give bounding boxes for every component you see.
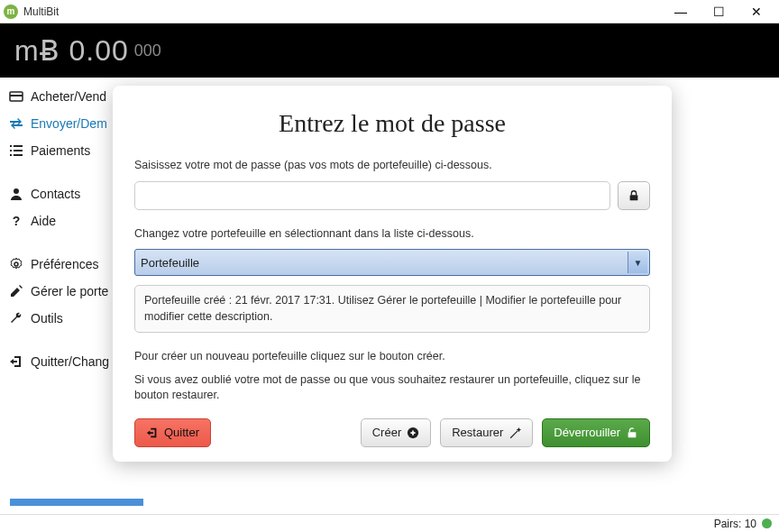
sidebar-item-label: Contacts [31, 187, 80, 201]
plus-circle-icon [407, 427, 419, 439]
wallet-select[interactable]: Portefeuille ▼ [134, 249, 650, 276]
sidebar-item-label: Paiements [31, 143, 90, 158]
button-label: Déverrouiller [554, 426, 620, 439]
svg-rect-13 [628, 432, 637, 437]
exit-icon [9, 354, 23, 369]
unlock-icon [626, 427, 638, 439]
sidebar-item-label: Acheter/Vend [31, 89, 106, 104]
svg-rect-6 [10, 154, 12, 156]
svg-rect-7 [14, 154, 23, 156]
button-label: Créer [372, 426, 402, 439]
person-icon [9, 187, 23, 201]
balance-fraction: 000 [134, 41, 161, 60]
wallet-selected-value: Portefeuille [141, 256, 199, 270]
create-button[interactable]: Créer [361, 418, 432, 447]
balance-amount: mɃ 0.00 [14, 33, 129, 68]
status-indicator-icon [762, 518, 772, 528]
svg-rect-2 [10, 145, 12, 147]
modal-title: Entrez le mot de passe [134, 109, 650, 138]
window-titlebar: m MultiBit — ☐ ✕ [0, 0, 779, 23]
gear-icon [9, 257, 23, 271]
password-input[interactable] [134, 181, 610, 210]
svg-rect-1 [10, 95, 23, 96]
restore-hint: Si vous avez oublié votre mot de passe o… [134, 372, 650, 404]
svg-text:?: ? [13, 214, 21, 228]
quit-button[interactable]: Quitter [134, 418, 211, 447]
window-title: MultiBit [23, 5, 662, 18]
app-icon: m [4, 5, 18, 19]
close-button[interactable]: ✕ [738, 5, 775, 19]
password-instruction: Saisissez votre mot de passe (pas vos mo… [134, 158, 650, 174]
restore-button[interactable]: Restaurer [440, 418, 533, 447]
password-modal: Entrez le mot de passe Saisissez votre m… [113, 86, 672, 462]
balance-bar: mɃ 0.00 000 [0, 23, 779, 78]
sidebar-item-label: Envoyer/Dem [31, 116, 107, 131]
status-bar: Pairs: 10 [0, 514, 779, 532]
card-icon [9, 89, 23, 104]
button-label: Restaurer [452, 426, 503, 439]
edit-icon [9, 284, 23, 298]
svg-rect-5 [14, 150, 23, 151]
svg-rect-4 [10, 150, 12, 151]
svg-rect-11 [630, 195, 638, 200]
lock-toggle-button[interactable] [618, 181, 650, 210]
button-label: Quitter [164, 426, 199, 439]
sync-progress [9, 498, 144, 507]
sidebar-item-label: Gérer le porte [31, 284, 108, 298]
lock-icon [628, 189, 640, 202]
svg-rect-3 [14, 145, 23, 147]
sidebar-item-label: Aide [31, 214, 56, 228]
sidebar-item-label: Quitter/Chang [31, 354, 109, 369]
svg-point-8 [14, 188, 19, 194]
create-hint: Pour créer un nouveau portefeuille cliqu… [134, 349, 650, 365]
help-icon: ? [9, 214, 23, 228]
sidebar-item-label: Préférences [31, 257, 98, 271]
chevron-down-icon: ▼ [628, 252, 647, 273]
unlock-button[interactable]: Déverrouiller [542, 418, 650, 447]
peers-count: Pairs: 10 [714, 518, 756, 530]
wallet-description: Portefeuille créé : 21 févr. 2017 17:31.… [134, 285, 650, 333]
transfer-icon [9, 116, 23, 131]
minimize-button[interactable]: — [662, 5, 700, 19]
wand-icon [509, 427, 521, 439]
sidebar-item-label: Outils [31, 311, 63, 326]
svg-point-10 [14, 262, 18, 266]
wrench-icon [9, 311, 23, 326]
list-icon [9, 143, 23, 158]
maximize-button[interactable]: ☐ [700, 5, 738, 19]
exit-icon [146, 427, 159, 439]
change-wallet-label: Changez votre portefeuille en sélectionn… [134, 226, 650, 243]
